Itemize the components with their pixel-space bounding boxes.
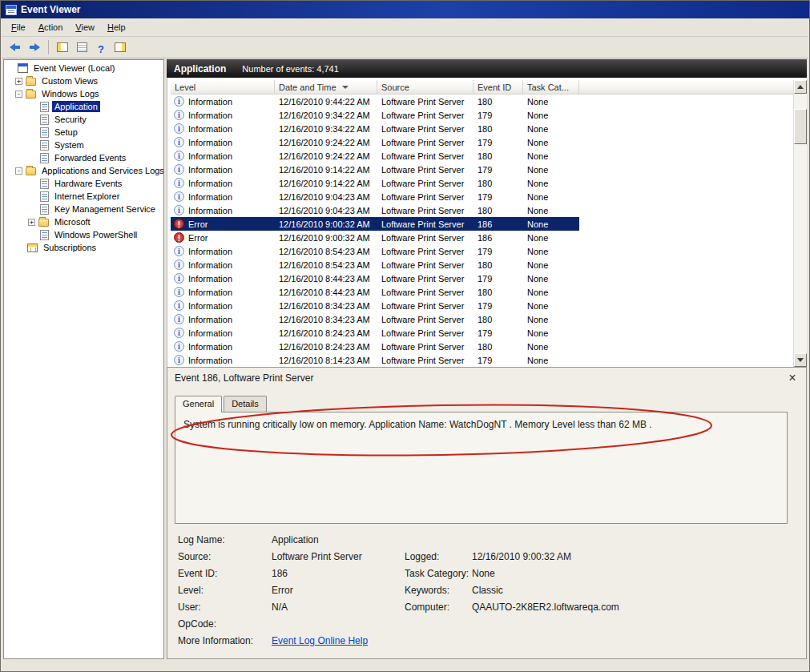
event-row[interactable]: Information12/16/2010 8:44:23 AMLoftware… bbox=[171, 285, 579, 299]
expand-icon[interactable]: + bbox=[28, 219, 35, 226]
event-id-cell: 179 bbox=[474, 356, 523, 365]
event-row[interactable]: Information12/16/2010 8:24:23 AMLoftware… bbox=[171, 326, 579, 340]
expand-icon[interactable]: + bbox=[15, 78, 22, 85]
event-level-cell: Information bbox=[171, 341, 275, 352]
tab-details[interactable]: Details bbox=[224, 396, 267, 412]
event-rows: Information12/16/2010 9:44:22 AMLoftware… bbox=[171, 95, 807, 367]
tree-item-application[interactable]: Application bbox=[4, 100, 163, 113]
event-source-cell: Loftware Print Server bbox=[377, 260, 474, 270]
tree-item-system[interactable]: System bbox=[4, 139, 163, 151]
event-task-cell: None bbox=[523, 247, 579, 256]
event-row[interactable]: Information12/16/2010 8:44:23 AMLoftware… bbox=[171, 272, 579, 285]
event-task-cell: None bbox=[523, 165, 579, 175]
close-icon[interactable] bbox=[786, 372, 799, 384]
event-level-text: Information bbox=[188, 315, 232, 324]
tree-item-security[interactable]: Security bbox=[4, 113, 163, 126]
scroll-down-button[interactable] bbox=[794, 353, 807, 367]
event-row[interactable]: Information12/16/2010 8:24:23 AMLoftware… bbox=[171, 340, 579, 353]
event-row[interactable]: Information12/16/2010 9:44:22 AMLoftware… bbox=[171, 95, 579, 108]
event-row[interactable]: Information12/16/2010 9:14:22 AMLoftware… bbox=[171, 176, 579, 190]
scroll-up-button[interactable] bbox=[794, 80, 807, 94]
properties-icon bbox=[77, 42, 87, 52]
list-header-bar: Application Number of events: 4,741 bbox=[167, 59, 807, 78]
event-level-text: Information bbox=[188, 356, 232, 365]
scrollbar-thumb[interactable] bbox=[794, 109, 807, 144]
column-header-date-and-time[interactable]: Date and Time bbox=[275, 80, 377, 95]
event-row[interactable]: Information12/16/2010 8:34:23 AMLoftware… bbox=[171, 312, 579, 326]
tree-item-applications-and-services-logs[interactable]: -Applications and Services Logs bbox=[4, 164, 163, 177]
tree-item-label: Internet Explorer bbox=[52, 191, 122, 202]
field-label: User: bbox=[178, 602, 201, 613]
tree-item-internet-explorer[interactable]: Internet Explorer bbox=[4, 190, 163, 203]
menu-action[interactable]: Action bbox=[32, 20, 70, 34]
event-row[interactable]: Information12/16/2010 8:34:23 AMLoftware… bbox=[171, 299, 579, 312]
tree-item-forwarded-events[interactable]: Forwarded Events bbox=[4, 151, 163, 164]
tree-item-event-viewer-local[interactable]: Event Viewer (Local) bbox=[4, 62, 163, 74]
event-source-cell: Loftware Print Server bbox=[377, 233, 474, 243]
tree-item-hardware-events[interactable]: Hardware Events bbox=[4, 177, 163, 190]
event-source-cell: Loftware Print Server bbox=[377, 192, 474, 202]
properties-button[interactable] bbox=[72, 38, 91, 56]
log-icon bbox=[40, 102, 49, 112]
menu-file[interactable]: File bbox=[5, 20, 32, 34]
event-log-online-help-link[interactable]: Event Log Online Help bbox=[272, 635, 368, 646]
field-label: Level: bbox=[178, 585, 204, 596]
event-level-text: Error bbox=[188, 219, 208, 229]
event-task-cell: None bbox=[523, 138, 579, 147]
event-id-cell: 179 bbox=[474, 165, 523, 175]
event-row[interactable]: Information12/16/2010 9:04:23 AMLoftware… bbox=[171, 203, 579, 217]
field-row-source: Source:Loftware Print ServerLogged:12/16… bbox=[167, 551, 806, 568]
back-button[interactable] bbox=[6, 38, 25, 56]
field-value: Classic bbox=[472, 585, 503, 596]
event-level-text: Information bbox=[188, 274, 232, 284]
field-row-user: User:N/AComputer:QAAUTO-2K8ER2.loftwareq… bbox=[167, 602, 806, 618]
tree-item-microsoft[interactable]: +Microsoft bbox=[4, 215, 163, 228]
collapse-icon[interactable]: - bbox=[15, 167, 22, 175]
information-icon bbox=[174, 123, 184, 134]
collapse-icon[interactable]: - bbox=[15, 91, 22, 98]
event-row[interactable]: Information12/16/2010 9:34:22 AMLoftware… bbox=[171, 108, 579, 122]
tree-item-subscriptions[interactable]: Subscriptions bbox=[4, 241, 163, 254]
column-header-task-cat[interactable]: Task Cat... bbox=[523, 80, 579, 95]
event-row[interactable]: Error12/16/2010 9:00:32 AMLoftware Print… bbox=[171, 231, 579, 244]
tab-general[interactable]: General bbox=[175, 396, 222, 412]
column-header-level[interactable]: Level bbox=[171, 80, 275, 95]
event-row[interactable]: Information12/16/2010 8:54:23 AMLoftware… bbox=[171, 258, 579, 272]
event-viewer-app-icon bbox=[6, 5, 17, 15]
field-label: Task Category: bbox=[405, 568, 469, 579]
field-value: 12/16/2010 9:00:32 AM bbox=[472, 551, 571, 562]
field-value: None bbox=[472, 568, 495, 579]
column-header-event-id[interactable]: Event ID bbox=[474, 80, 523, 95]
tree-item-windows-powershell[interactable]: Windows PowerShell bbox=[4, 228, 163, 241]
tree-item-label: Forwarded Events bbox=[52, 152, 128, 163]
preview-pane: Event 186, Loftware Print Server General… bbox=[167, 367, 807, 659]
event-datetime-cell: 12/16/2010 9:44:22 AM bbox=[275, 97, 377, 107]
vertical-scrollbar[interactable] bbox=[793, 80, 807, 367]
event-row[interactable]: Information12/16/2010 9:34:22 AMLoftware… bbox=[171, 122, 579, 135]
title-bar[interactable]: Event Viewer bbox=[1, 1, 809, 18]
event-row[interactable]: Information12/16/2010 9:14:22 AMLoftware… bbox=[171, 163, 579, 176]
event-row[interactable]: Information12/16/2010 9:24:22 AMLoftware… bbox=[171, 149, 579, 163]
log-icon bbox=[40, 153, 49, 163]
column-header-source[interactable]: Source bbox=[377, 80, 474, 95]
event-row[interactable]: Error12/16/2010 9:00:32 AMLoftware Print… bbox=[171, 217, 579, 231]
event-row[interactable]: Information12/16/2010 9:24:22 AMLoftware… bbox=[171, 135, 579, 149]
help-button[interactable] bbox=[91, 38, 111, 56]
event-datetime-cell: 12/16/2010 9:24:22 AM bbox=[275, 138, 377, 147]
tree-item-custom-views[interactable]: +Custom Views bbox=[4, 74, 163, 87]
menu-view[interactable]: View bbox=[69, 20, 101, 34]
event-row[interactable]: Information12/16/2010 8:14:23 AMLoftware… bbox=[171, 353, 579, 367]
event-row[interactable]: Information12/16/2010 9:04:23 AMLoftware… bbox=[171, 190, 579, 203]
action-pane-button[interactable] bbox=[111, 38, 130, 56]
tree-item-key-management-service[interactable]: Key Management Service bbox=[4, 203, 163, 215]
event-row[interactable]: Information12/16/2010 8:54:23 AMLoftware… bbox=[171, 244, 579, 258]
show-console-tree-button[interactable] bbox=[53, 38, 72, 56]
information-icon bbox=[174, 300, 184, 311]
event-source-cell: Loftware Print Server bbox=[377, 206, 474, 215]
tree-item-setup[interactable]: Setup bbox=[4, 126, 163, 139]
forward-button[interactable] bbox=[25, 38, 44, 56]
tree-item-windows-logs[interactable]: -Windows Logs bbox=[4, 87, 163, 100]
event-level-cell: Information bbox=[171, 328, 275, 338]
event-task-cell: None bbox=[523, 111, 579, 120]
menu-help[interactable]: Help bbox=[101, 20, 132, 34]
